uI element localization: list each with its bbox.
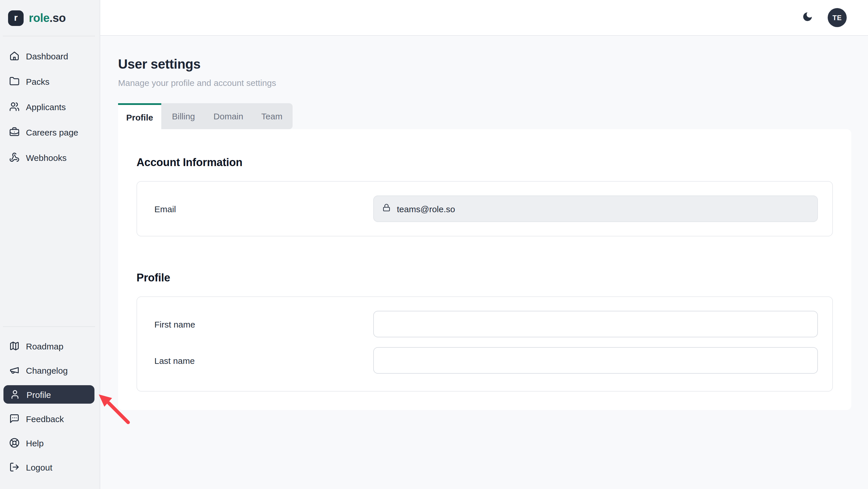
webhook-icon: [9, 152, 20, 163]
sidebar-item-label: Feedback: [26, 414, 64, 424]
tab-domain[interactable]: Domain: [206, 103, 251, 129]
inactive-tab-group: Billing Domain Team: [161, 103, 292, 129]
map-icon: [9, 341, 20, 351]
settings-tabs: Profile Billing Domain Team: [118, 103, 868, 129]
account-information-card: Email teams@role.so: [136, 181, 833, 236]
sidebar-divider: [3, 326, 95, 327]
sidebar-item-packs[interactable]: Packs: [0, 68, 100, 94]
sidebar-item-label: Webhooks: [26, 152, 66, 162]
sidebar-item-feedback[interactable]: Feedback: [0, 406, 100, 431]
sidebar-item-label: Help: [26, 438, 44, 448]
sidebar-item-label: Careers page: [26, 127, 78, 137]
sidebar-item-label: Packs: [26, 77, 50, 86]
sidebar-item-changelog[interactable]: Changelog: [0, 358, 100, 382]
first-name-field[interactable]: [373, 311, 818, 337]
profile-section-title: Profile: [136, 271, 833, 284]
sidebar-item-label: Applicants: [26, 102, 66, 112]
first-name-row: First name: [154, 311, 818, 337]
sidebar-item-profile[interactable]: Profile: [3, 385, 94, 404]
sidebar-item-label: Dashboard: [26, 51, 68, 61]
page-title: User settings: [118, 57, 868, 72]
account-information-title: Account Information: [136, 156, 833, 169]
moon-icon: [802, 11, 813, 24]
app: r role.so Dashboard Packs: [0, 0, 868, 489]
profile-card: First name Last name: [136, 296, 833, 392]
first-name-label: First name: [154, 319, 195, 329]
email-label: Email: [154, 204, 176, 214]
dark-mode-toggle[interactable]: [801, 11, 814, 24]
megaphone-icon: [9, 365, 20, 375]
sidebar-item-roadmap[interactable]: Roadmap: [0, 334, 100, 358]
users-icon: [9, 102, 20, 112]
tab-team[interactable]: Team: [251, 103, 292, 129]
sidebar-item-label: Logout: [26, 462, 53, 472]
last-name-label: Last name: [154, 355, 195, 365]
email-value: teams@role.so: [397, 204, 455, 214]
sidebar-item-label: Changelog: [26, 365, 68, 375]
page-subtitle: Manage your profile and account settings: [118, 78, 868, 88]
sidebar-item-careers-page[interactable]: Careers page: [0, 119, 100, 145]
logout-icon: [9, 462, 20, 472]
avatar[interactable]: TE: [828, 8, 847, 27]
sidebar-item-label: Profile: [27, 390, 51, 399]
logo-icon: r: [8, 10, 24, 26]
sidebar-item-applicants[interactable]: Applicants: [0, 94, 100, 119]
profile-tab-panel: Account Information Email teams@role.so …: [118, 129, 851, 410]
content: User settings Manage your profile and ac…: [100, 57, 868, 410]
folder-icon: [9, 76, 20, 86]
sidebar-item-label: Roadmap: [26, 341, 63, 351]
top-bar: TE: [100, 0, 868, 36]
sidebar-item-help[interactable]: Help: [0, 431, 100, 455]
briefcase-icon: [9, 127, 20, 137]
life-buoy-icon: [9, 438, 20, 448]
logo[interactable]: r role.so: [0, 0, 100, 36]
sidebar-item-dashboard[interactable]: Dashboard: [0, 43, 100, 68]
main-area: TE User settings Manage your profile and…: [100, 0, 868, 489]
last-name-row: Last name: [154, 347, 818, 374]
home-icon: [9, 51, 20, 61]
sidebar-item-webhooks[interactable]: Webhooks: [0, 145, 100, 170]
avatar-initials: TE: [833, 13, 842, 22]
brand-name: role.so: [29, 11, 66, 25]
last-name-field[interactable]: [373, 347, 818, 374]
lock-icon: [382, 204, 391, 214]
email-field: teams@role.so: [373, 196, 818, 222]
sidebar-footer-nav: Roadmap Changelog Profile Feedback: [0, 334, 100, 479]
sidebar-item-logout[interactable]: Logout: [0, 455, 100, 479]
user-icon: [10, 389, 20, 400]
sidebar: r role.so Dashboard Packs: [0, 0, 100, 489]
tab-profile[interactable]: Profile: [118, 103, 161, 129]
sidebar-header-divider: [3, 36, 95, 36]
chat-bubble-icon: [9, 413, 20, 424]
tab-billing[interactable]: Billing: [161, 103, 206, 129]
logo-letter: r: [14, 13, 18, 23]
sidebar-main-nav: Dashboard Packs Applicants Careers page: [0, 43, 100, 170]
